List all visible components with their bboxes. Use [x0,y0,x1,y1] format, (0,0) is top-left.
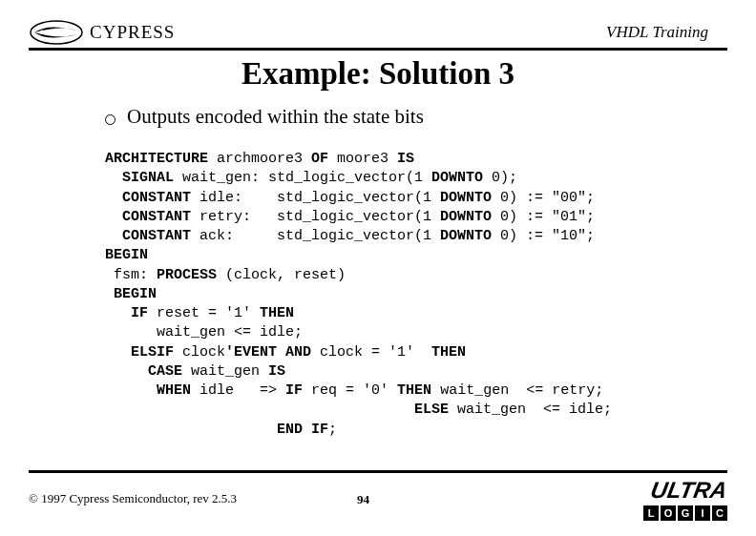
logic-sq-o: O [661,505,676,521]
bullet-row: Outputs encoded within the state bits [105,105,727,129]
cypress-logo-icon [29,19,84,46]
company-logo: CYPRESS [29,19,175,46]
slide-title: Example: Solution 3 [29,56,727,92]
logic-sq-c: C [712,505,727,521]
svg-point-0 [31,21,82,44]
bullet-text: Outputs encoded within the state bits [127,105,424,129]
logic-sq-g: G [678,505,693,521]
header-rule [29,48,727,51]
svg-point-1 [40,31,44,33]
copyright-text: © 1997 Cypress Semiconductor, rev 2.5.3 [29,491,237,506]
header-training-label: VHDL Training [606,23,708,42]
company-name: CYPRESS [90,22,175,43]
header: CYPRESS VHDL Training [29,19,727,46]
page-number: 94 [357,492,369,507]
bullet-icon [105,114,116,125]
logic-squares: L O G I C [643,505,727,521]
code-block: ARCHITECTURE archmoore3 OF moore3 IS SIG… [105,150,727,440]
logic-sq-i: I [695,505,710,521]
ultra-text: ULTRA [649,477,729,504]
footer-rule [29,470,727,473]
footer: © 1997 Cypress Semiconductor, rev 2.5.3 … [29,470,727,521]
ultra-logic-logo: ULTRA L O G I C [643,477,727,521]
logic-sq-l: L [643,505,659,521]
